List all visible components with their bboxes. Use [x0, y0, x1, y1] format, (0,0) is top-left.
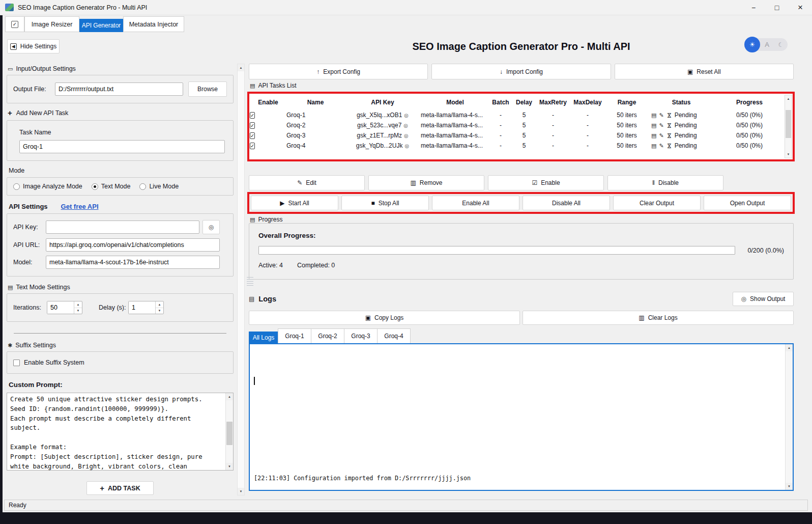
delay-down-button[interactable]: ▼	[156, 308, 163, 314]
scrollbar-thumb[interactable]	[226, 422, 233, 445]
scroll-up-button[interactable]: ▲	[786, 344, 793, 351]
log-tab-groq-1[interactable]: Groq-1	[278, 328, 311, 344]
io-settings-header: ▭ Input/Output Settings	[8, 65, 233, 72]
open-output-button[interactable]: Open Output	[704, 196, 791, 210]
log-tab-all-logs[interactable]: All Logs	[249, 332, 278, 344]
task-name-input[interactable]	[19, 140, 225, 153]
chart-icon: ▤	[8, 284, 13, 291]
eye-icon[interactable]: ◎	[403, 123, 408, 128]
delay-input[interactable]	[129, 301, 155, 314]
add-task-button[interactable]: + ADD TASK	[86, 481, 154, 495]
enable-all-button[interactable]: Enable All	[432, 196, 519, 210]
iterations-input[interactable]	[47, 301, 74, 314]
reset-all-button[interactable]: ▣ Reset All	[615, 64, 794, 79]
theme-toggle[interactable]: ☀ A ☾	[746, 38, 788, 51]
button-label: Clear Logs	[648, 314, 678, 321]
api-key-input[interactable]	[46, 220, 199, 234]
status-text: Ready	[9, 502, 26, 509]
tab-api-generator[interactable]: API Generator	[79, 19, 123, 32]
tab-label: Image Resizer	[32, 21, 73, 28]
log-tab-groq-3[interactable]: Groq-3	[344, 328, 378, 344]
minimize-button[interactable]: −	[742, 0, 765, 15]
iterations-down-button[interactable]: ▼	[74, 308, 82, 314]
table-row[interactable]: ✓ Groq-3 gsk_z1ET...rpMz◎ meta-llama/lla…	[250, 130, 785, 141]
scroll-down-button[interactable]: ▼	[786, 483, 793, 490]
browse-button[interactable]: Browse	[188, 81, 227, 97]
close-button[interactable]: ×	[789, 0, 812, 15]
disable-button[interactable]: ‖Disable	[607, 175, 723, 190]
eye-icon[interactable]: ◎	[404, 143, 409, 149]
tab-image-resizer[interactable]: Image Resizer	[24, 16, 79, 32]
row-enabled-checkbox[interactable]: ✓	[250, 112, 255, 119]
col-maxretry: MaxRetry	[536, 99, 570, 106]
radio-text-mode[interactable]: Text Mode	[92, 183, 131, 190]
radio-live-mode[interactable]: Live Mode	[139, 183, 179, 190]
cell-status: Pending	[675, 122, 697, 129]
splitter-grip[interactable]	[247, 277, 253, 286]
api-tasks-table: Enable Name API Key Model Batch Delay Ma…	[250, 95, 785, 158]
stop-all-button[interactable]: ■Stop All	[341, 196, 429, 210]
cell-api-key: gsk_YqDb...2UJk	[356, 142, 403, 149]
tab-checkmark[interactable]: ✓	[5, 16, 24, 32]
hourglass-icon: ⋈	[666, 133, 673, 139]
custom-prompt-textarea[interactable]: Create 50 unique attractive sticker desi…	[7, 393, 225, 470]
output-file-input[interactable]	[55, 82, 183, 96]
scroll-up-button[interactable]: ▲	[238, 64, 244, 71]
scroll-down-button[interactable]: ▼	[785, 151, 792, 158]
cell-range: 50 iters	[605, 112, 648, 119]
table-row[interactable]: ✓ Groq-4 gsk_YqDb...2UJk◎ meta-llama/lla…	[250, 141, 785, 151]
scroll-up-button[interactable]: ▲	[226, 393, 233, 400]
table-row[interactable]: ✓ Groq-1 gsk_X5lq...xOB1◎ meta-llama/lla…	[250, 110, 785, 120]
cell-delay: 5	[512, 112, 536, 119]
check-icon: ✓	[250, 113, 254, 118]
scroll-down-button[interactable]: ▼	[238, 488, 244, 495]
remove-button[interactable]: ▥Remove	[368, 175, 484, 190]
get-free-api-link[interactable]: Get free API	[61, 203, 99, 210]
log-output-area[interactable]: [22:11:03] Configuration imported from D…	[249, 343, 794, 491]
row-enabled-checkbox[interactable]: ✓	[250, 122, 255, 129]
reset-icon: ▣	[687, 68, 693, 75]
window-title: SEO Image Caption Generator Pro - Multi …	[18, 4, 147, 11]
model-input[interactable]	[46, 256, 220, 269]
disable-all-button[interactable]: Disable All	[523, 196, 610, 210]
edit-button[interactable]: ✎Edit	[249, 175, 365, 190]
tab-metadata-injector[interactable]: Metadata Injector	[123, 16, 184, 32]
clear-output-button[interactable]: Clear Output	[613, 196, 701, 210]
copy-logs-button[interactable]: ▣Copy Logs	[249, 311, 520, 325]
show-output-button[interactable]: ◎ Show Output	[733, 292, 794, 306]
clear-logs-button[interactable]: ▥Clear Logs	[523, 311, 794, 325]
import-config-button[interactable]: ↓ Import Config	[431, 64, 611, 79]
radio-image-analyze-mode[interactable]: Image Analyze Mode	[13, 183, 82, 190]
add-task-button-label: ADD TASK	[108, 485, 140, 492]
export-config-button[interactable]: ↑ Export Config	[249, 64, 428, 79]
maximize-button[interactable]: □	[765, 0, 789, 15]
scroll-down-icon: ▼	[228, 465, 231, 468]
enable-button[interactable]: ☑Enable	[488, 175, 604, 190]
close-icon: ×	[798, 3, 803, 13]
log-tab-groq-2[interactable]: Groq-2	[311, 328, 344, 344]
theme-light-option[interactable]: ☀	[745, 37, 760, 52]
api-url-input[interactable]	[46, 238, 220, 252]
start-all-button[interactable]: ▶Start All	[251, 196, 338, 210]
table-row[interactable]: ✓ Groq-2 gsk_523c...vqe7◎ meta-llama/lla…	[250, 120, 785, 130]
hide-settings-button[interactable]: ◀ Hide Settings	[7, 39, 60, 53]
scroll-up-button[interactable]: ▲	[785, 95, 792, 102]
enable-suffix-system-checkbox[interactable]: Enable Suffix System	[13, 359, 227, 366]
iterations-up-button[interactable]: ▲	[74, 301, 82, 308]
scroll-down-button[interactable]: ▼	[226, 463, 233, 470]
theme-auto-option[interactable]: A	[760, 41, 774, 48]
overall-progress-bar	[258, 246, 735, 255]
log-tab-groq-4[interactable]: Groq-4	[377, 328, 411, 344]
scrollbar-thumb[interactable]	[786, 110, 791, 138]
row-enabled-checkbox[interactable]: ✓	[250, 132, 255, 139]
cell-model: meta-llama/llama-4-s...	[421, 112, 489, 119]
eye-icon: ◎	[741, 295, 746, 302]
eye-icon[interactable]: ◎	[404, 113, 409, 118]
delay-up-button[interactable]: ▲	[156, 301, 163, 308]
scroll-down-icon: ▼	[787, 153, 790, 156]
col-maxdelay: MaxDelay	[570, 99, 605, 106]
toggle-api-key-visibility-button[interactable]: ◎	[202, 220, 220, 234]
theme-dark-option[interactable]: ☾	[774, 41, 788, 48]
row-enabled-checkbox[interactable]: ✓	[250, 143, 255, 149]
eye-icon[interactable]: ◎	[404, 133, 409, 139]
